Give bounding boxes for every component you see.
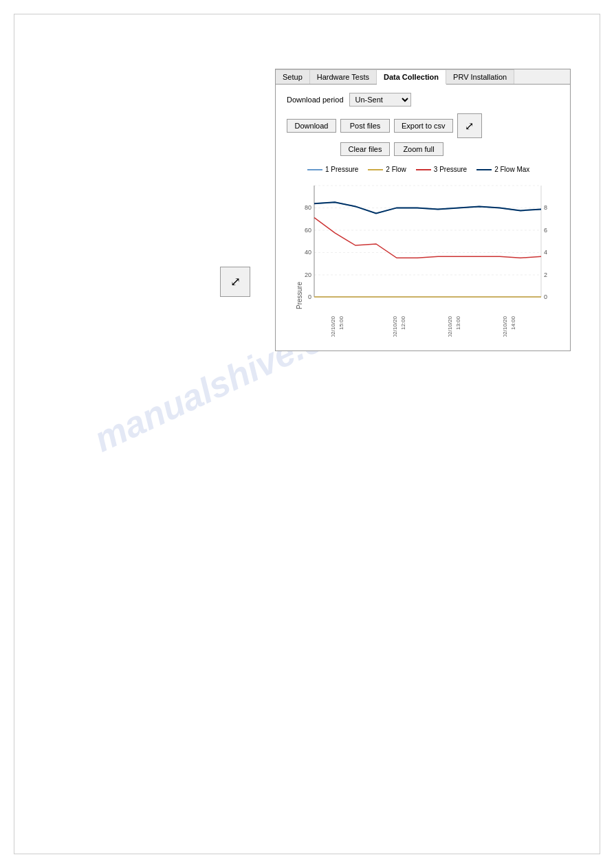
legend-line-3-pressure [416,169,431,170]
expand-icon: ⤢ [465,120,474,133]
tab-hardware-tests[interactable]: Hardware Tests [310,69,377,84]
legend-label-3-pressure: 3 Pressure [434,166,467,173]
svg-text:2: 2 [544,271,547,278]
legend-label-2-flow-max: 2 Flow Max [494,166,529,173]
expand-button[interactable]: ⤢ [457,113,482,138]
small-expand-icon: ⤢ [230,274,241,289]
svg-text:60: 60 [305,227,311,234]
svg-text:40: 40 [305,249,311,256]
legend-item-2-flow-max: 2 Flow Max [476,166,529,173]
svg-text:0: 0 [544,293,547,300]
svg-text:Pressure: Pressure [296,282,303,309]
download-period-label: Download period [287,96,344,104]
svg-text:8: 8 [544,204,547,211]
svg-text:12:00: 12:00 [400,315,406,330]
svg-text:14:00: 14:00 [510,315,516,330]
small-expand-button[interactable]: ⤢ [220,267,250,297]
svg-text:80: 80 [305,204,311,211]
legend-item-3-pressure: 3 Pressure [416,166,467,173]
chart-legend: 1 Pressure 2 Flow 3 Pressure 2 Flow Max [287,166,559,173]
legend-item-1-pressure: 1 Pressure [307,166,358,173]
legend-label-1-pressure: 1 Pressure [325,166,358,173]
legend-line-2-flow-max [476,169,492,170]
chart-svg: 0 20 40 60 80 0 2 4 6 8 Pressure Flow 02… [287,179,558,337]
post-files-button[interactable]: Post files [340,119,390,133]
download-period-row: Download period Un-Sent All Last 24h Las… [287,93,559,107]
tab-data-collection[interactable]: Data Collection [377,69,446,85]
download-button[interactable]: Download [287,119,336,133]
tab-prv-installation[interactable]: PRV Installation [446,69,514,84]
svg-text:02/10/20: 02/10/20 [392,315,398,337]
tabs-bar: Setup Hardware Tests Data Collection PRV… [276,69,570,85]
download-period-select[interactable]: Un-Sent All Last 24h Last 7d [349,93,411,107]
svg-text:13:00: 13:00 [455,315,461,330]
svg-text:02/10/20: 02/10/20 [502,315,508,337]
svg-text:20: 20 [305,271,311,278]
clear-files-button[interactable]: Clear files [340,142,390,156]
legend-label-2-flow: 2 Flow [386,166,406,173]
svg-text:02/10/20: 02/10/20 [330,315,336,337]
main-panel: Setup Hardware Tests Data Collection PRV… [275,69,571,351]
panel-content: Download period Un-Sent All Last 24h Las… [276,85,570,350]
legend-line-1-pressure [307,169,322,170]
legend-item-2-flow: 2 Flow [368,166,406,173]
buttons-row-1: Download Post files Export to csv ⤢ [287,113,559,138]
chart-container: 0 20 40 60 80 0 2 4 6 8 Pressure Flow 02… [287,179,559,337]
svg-text:0: 0 [308,293,311,300]
zoom-full-button[interactable]: Zoom full [394,142,443,156]
svg-text:02/10/20: 02/10/20 [447,315,453,337]
buttons-row-2: Clear files Zoom full [340,142,559,156]
legend-line-2-flow [368,169,383,170]
svg-text:4: 4 [544,249,547,256]
series-3-pressure [314,218,541,258]
export-csv-button[interactable]: Export to csv [394,119,453,133]
svg-text:6: 6 [544,227,547,234]
tab-setup[interactable]: Setup [276,69,310,84]
svg-text:15:00: 15:00 [338,315,344,330]
